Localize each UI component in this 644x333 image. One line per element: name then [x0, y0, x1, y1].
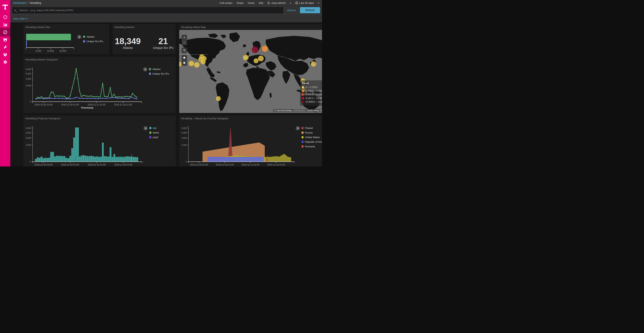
tmobile-logo[interactable] [0, 0, 10, 14]
panel-attack-map: Heralding Attack Map [179, 24, 322, 113]
legend-item[interactable]: Romania [302, 145, 322, 148]
search-input[interactable] [12, 7, 283, 14]
legend-item[interactable]: United States [302, 136, 322, 139]
legend-item[interactable]: Republic of Korea [302, 140, 322, 143]
legend-dot [302, 141, 304, 143]
attack-location-circle[interactable] [188, 61, 194, 66]
world-map[interactable]: + − [179, 30, 322, 113]
legend-expand-icon[interactable] [144, 126, 148, 130]
time-range-picker[interactable]: Last 30 days [295, 2, 314, 5]
navbar-actions: Full screenShareCloneEdit Auto-refresh ‹… [220, 1, 319, 5]
time-back-chevron[interactable]: ‹ [290, 1, 291, 5]
legend-dot [302, 101, 304, 103]
metric-row: 18,349 Attacks 21 Unique Src IPs [112, 37, 176, 50]
svg-text:2018-11-18 01:00: 2018-11-18 01:00 [267, 163, 285, 166]
top-navbar: Dashboard / Heralding Full screenShareCl… [10, 0, 322, 6]
legend-item[interactable]: vnc [149, 127, 175, 130]
svg-text:10,000: 10,000 [47, 50, 54, 52]
refresh-button[interactable]: Refresh [300, 7, 320, 13]
crop-icon [183, 49, 186, 52]
map-legend-title: Count [302, 82, 322, 85]
map-zoom-in-button[interactable]: + [182, 35, 187, 40]
legend-dot [302, 145, 304, 148]
map-draw-polygon-button[interactable] [182, 55, 187, 60]
osm-link[interactable]: © OpenStreetMap [274, 109, 293, 112]
panel-attacks-bar: Heralding Attacks Bar 5,00010,00015,000 … [24, 24, 109, 54]
sidebar-item-tpot[interactable] [0, 37, 10, 44]
sidebar-item-discover[interactable] [0, 14, 10, 21]
navbar-action[interactable]: Edit [259, 2, 263, 5]
navbar-action[interactable]: Share [237, 2, 244, 5]
sidebar-item-monitoring[interactable] [0, 51, 10, 58]
map-legend-item: 2,729.4 – 5,455.8 [302, 90, 322, 92]
attack-location-circle[interactable] [258, 56, 264, 61]
metric-value: 21 [153, 37, 174, 46]
legend-dot [302, 131, 304, 134]
add-filter-link[interactable]: Add a filter + [13, 17, 28, 20]
attack-location-circle[interactable] [262, 46, 268, 52]
protocols-histogram-chart[interactable]: 02,0004,0006,0008,0002018-10-28 02:00201… [24, 121, 144, 167]
chart-legend: AttacksUnique Src IPs [77, 30, 109, 54]
legend-expand-icon[interactable] [77, 35, 81, 39]
sidebar-item-visualize[interactable] [0, 21, 10, 28]
map-legend-item: 5,455.8 – 8,182.2 [302, 93, 322, 96]
legend-dot [302, 97, 304, 99]
panel-protocols-histogram: Heralding Protocols Histogram 02,0004,00… [24, 116, 176, 167]
svg-text:2018-10-28 02:00: 2018-10-28 02:00 [34, 103, 53, 106]
attacks-bar-chart[interactable]: 5,00010,00015,000 [24, 30, 77, 54]
map-controls: + − [182, 35, 187, 65]
svg-text:15,000: 15,000 [59, 50, 66, 52]
attack-location-circle[interactable] [216, 96, 221, 101]
legend-dot [302, 90, 304, 92]
auto-refresh-button[interactable]: Auto-refresh [268, 2, 286, 5]
legend-label: Romania [305, 145, 315, 148]
attack-location-circle[interactable] [200, 59, 206, 65]
legend-item[interactable]: telnet [149, 131, 175, 134]
chart-legend: AttacksUnique Src IPs [143, 62, 176, 113]
time-forward-chevron[interactable]: › [318, 1, 319, 5]
sidebar-item-dashboard[interactable] [0, 28, 10, 37]
refresh-arrow-icon [268, 2, 270, 5]
legend-item[interactable]: Russia [302, 131, 322, 134]
sidebar-item-devtools[interactable] [0, 44, 10, 51]
sidebar-item-management[interactable] [0, 58, 10, 66]
svg-text:2,000: 2,000 [182, 144, 187, 146]
attack-location-circle[interactable] [252, 47, 258, 53]
dashboard-grid: Heralding Attacks Bar 5,00010,00015,000 … [10, 23, 322, 167]
breadcrumb-separator: / [28, 1, 28, 5]
svg-text:4,000: 4,000 [182, 137, 187, 139]
gear-icon [3, 60, 8, 65]
attack-location-circle[interactable] [194, 62, 200, 68]
map-draw-rectangle-button[interactable] [182, 60, 187, 65]
breadcrumb-dashboard-link[interactable]: Dashboard [13, 1, 26, 5]
legend-item[interactable]: pop3 [149, 136, 175, 139]
breadcrumb: Dashboard / Heralding [13, 1, 41, 5]
country-histogram-chart[interactable]: 02,0004,0006,0008,0002018-10-28 02:00201… [179, 121, 296, 167]
legend-item[interactable]: Unique Src IPs [149, 72, 175, 75]
legend-label: Russia [305, 131, 312, 134]
legend-expand-icon[interactable] [143, 67, 147, 71]
legend-expand-icon[interactable] [296, 126, 300, 130]
attack-location-circle[interactable] [311, 61, 316, 67]
elastic-maps-link[interactable]: Elastic Maps Service [306, 109, 322, 112]
map-fit-bounds-button[interactable] [182, 48, 187, 53]
map-zoom-out-button[interactable]: − [182, 40, 187, 45]
legend-item[interactable]: Attacks [149, 68, 175, 71]
panel-attacks-metric: Heralding Attacks 18,349 Attacks 21 Uniq… [112, 24, 176, 54]
svg-text:0: 0 [186, 161, 187, 163]
legend-item[interactable]: Unique Src IPs [83, 40, 108, 43]
panel-country-histogram: Heralding - Attacks by Country Histogram… [179, 116, 322, 167]
navbar-action[interactable]: Full screen [220, 2, 232, 5]
legend-item[interactable]: Poland [302, 127, 322, 130]
options-link[interactable]: Options [286, 9, 298, 12]
metric-label: Attacks [115, 46, 141, 50]
attack-location-circle[interactable] [254, 58, 258, 63]
legend-label: Poland [305, 127, 312, 130]
breadcrumb-current: Heralding [30, 1, 41, 5]
legend-item[interactable]: Attacks [83, 35, 108, 38]
attacks-histogram-chart[interactable]: 02,0004,0006,0008,0002018-10-28 02:00201… [24, 62, 143, 113]
svg-text:6,000: 6,000 [26, 73, 31, 75]
navbar-action[interactable]: Clone [248, 2, 254, 5]
attack-location-circle[interactable] [243, 55, 248, 61]
bar-chart-icon [3, 22, 8, 27]
